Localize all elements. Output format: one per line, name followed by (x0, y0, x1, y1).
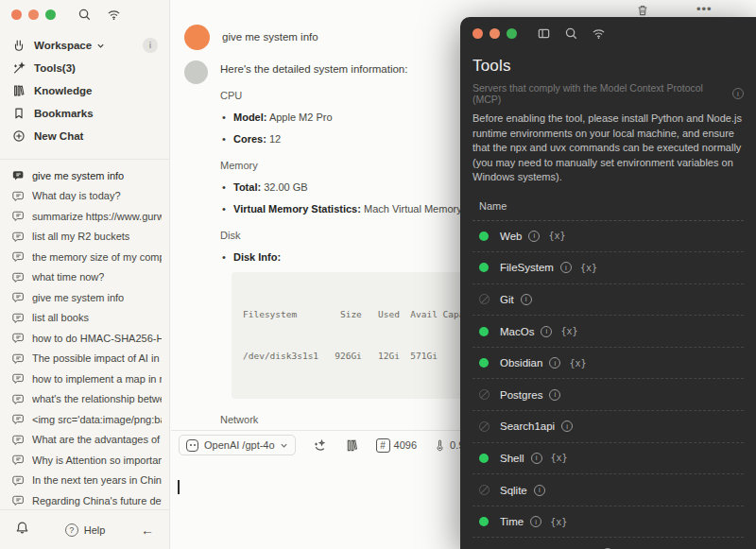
server-row[interactable]: FileSystemi{x} (472, 252, 744, 284)
server-row[interactable]: Search1apii (472, 411, 744, 443)
chat-history-item[interactable]: list all my R2 buckets (0, 227, 169, 248)
enabled-dot-icon (479, 327, 489, 336)
workspace-badge[interactable]: i (143, 38, 158, 53)
chat-history-item[interactable]: Why is Attention so important i... (0, 450, 169, 471)
args-badge[interactable]: {x} (551, 453, 568, 463)
server-table-name-header: Name (472, 200, 744, 221)
chat-history-item[interactable]: list all books (0, 308, 169, 329)
traffic-light-minimize-button[interactable] (28, 9, 39, 20)
chat-bubble-icon (12, 190, 25, 202)
server-row[interactable]: Sequential Thinkingi{x} (472, 538, 744, 549)
collapse-sidebar-icon[interactable]: ← (141, 523, 154, 538)
search-icon[interactable] (77, 8, 92, 22)
traffic-light-close-button[interactable] (11, 9, 22, 20)
more-options-icon[interactable]: ••• (696, 2, 713, 16)
sidebar-item-tools[interactable]: Tools(3) (0, 57, 169, 79)
tools-panel-description: Before enabling the tool, please install… (460, 105, 756, 185)
chat-history-item[interactable]: what's the relationship between... (0, 389, 169, 410)
args-badge[interactable]: {x} (548, 231, 565, 241)
help-button[interactable]: ? Help (65, 523, 106, 537)
server-row[interactable]: Timei{x} (472, 506, 744, 539)
chat-item-label: the memory size of my computer (32, 251, 162, 263)
chat-item-label: how to implement a map in rust? (32, 373, 162, 385)
chat-history-item[interactable]: In the next ten years in China, w... (0, 471, 169, 491)
model-selector[interactable]: OpenAI /gpt-4o (179, 435, 296, 455)
bell-icon[interactable] (15, 521, 29, 539)
info-icon[interactable]: i (560, 262, 572, 273)
chat-item-label: summarize https://www.gurwi... (32, 211, 162, 222)
server-row[interactable]: Shelli{x} (472, 443, 744, 475)
info-icon[interactable]: i (549, 389, 560, 401)
info-icon[interactable]: i (561, 420, 573, 432)
tools-panel-title: Tools (460, 49, 756, 76)
disabled-slash-icon (479, 294, 490, 304)
sidebar-item-label: Tools(3) (34, 62, 76, 74)
app-window: Workspace i Tools(3) Knowledge (0, 0, 756, 549)
info-icon[interactable]: i (541, 326, 552, 337)
chat-item-label: give me system info (32, 292, 124, 303)
chat-history-item[interactable]: summarize https://www.gurwi... (0, 206, 169, 227)
chat-bubble-icon (12, 210, 25, 222)
tools-panel-titlebar (460, 17, 756, 49)
chat-history-item[interactable]: What are the advantages of usi... (0, 430, 169, 451)
chat-history-item[interactable]: <img src='data:image/png:bas... (0, 409, 169, 430)
server-row[interactable]: MacOsi{x} (472, 316, 744, 348)
chat-item-label: In the next ten years in China, w... (32, 474, 162, 486)
enabled-dot-icon (479, 358, 489, 368)
server-row[interactable]: Webi{x} (472, 221, 744, 253)
server-row[interactable]: Giti (472, 284, 744, 317)
chat-item-label: The possible impact of AI in edu... (32, 352, 162, 364)
chat-history-item[interactable]: What day is today? (0, 186, 169, 207)
args-badge[interactable]: {x} (569, 358, 586, 369)
chat-history-item[interactable]: give me system info (0, 287, 169, 308)
chat-history-item[interactable]: give me system info (0, 165, 169, 186)
chat-history-item[interactable]: how to implement a map in rust? (0, 369, 169, 389)
traffic-light-zoom-button[interactable] (45, 9, 56, 20)
server-row[interactable]: Postgresi (472, 379, 744, 411)
max-tokens-control[interactable]: # 4096 (376, 438, 417, 453)
search-icon[interactable] (564, 26, 578, 41)
chat-history-item[interactable]: Regarding China's future develo... (0, 490, 169, 509)
info-icon[interactable]: i (534, 485, 545, 496)
info-icon[interactable]: i (521, 294, 532, 305)
chat-bubble-icon (12, 372, 25, 385)
server-row[interactable]: Obsidiani{x} (472, 348, 744, 380)
chat-bubble-icon (12, 454, 25, 466)
args-badge[interactable]: {x} (580, 263, 597, 273)
tools-sparkle-icon[interactable] (313, 437, 328, 453)
sidebar-toggle-icon[interactable] (537, 26, 551, 41)
chat-item-label: What day is today? (32, 190, 121, 201)
info-icon[interactable]: i (528, 231, 540, 242)
traffic-light-close-button[interactable] (472, 28, 483, 39)
chat-history-item[interactable]: how to do HMAC-SHA256-HEX i... (0, 328, 169, 349)
chat-history-item[interactable]: the memory size of my computer (0, 247, 169, 267)
assistant-avatar (184, 60, 208, 84)
sidebar-item-workspace[interactable]: Workspace i (0, 34, 169, 57)
chat-item-label: what time now? (32, 271, 104, 283)
trash-icon[interactable] (636, 4, 649, 17)
traffic-light-zoom-button[interactable] (507, 28, 517, 39)
sidebar-item-knowledge[interactable]: Knowledge (0, 79, 169, 102)
chat-history-item[interactable]: The possible impact of AI in edu... (0, 349, 169, 369)
server-name: Git (500, 294, 514, 305)
text-input-caret[interactable] (178, 480, 180, 494)
traffic-light-minimize-button[interactable] (490, 28, 500, 39)
server-row[interactable]: Sqlitei (472, 474, 744, 506)
books-icon (11, 84, 26, 97)
args-badge[interactable]: {x} (560, 326, 577, 336)
info-icon[interactable]: i (530, 516, 541, 527)
knowledge-books-icon[interactable] (345, 438, 359, 453)
server-name: Postgres (500, 389, 542, 401)
chat-history-item[interactable]: what time now? (0, 267, 169, 288)
wifi-icon[interactable] (592, 26, 606, 41)
sidebar-item-bookmarks[interactable]: Bookmarks (0, 102, 169, 125)
server-name: Sqlite (500, 485, 527, 496)
chat-history-list: give me system infoWhat day is today?sum… (0, 163, 169, 509)
sidebar-item-new-chat[interactable]: New Chat (0, 125, 169, 147)
max-tokens-value: 4096 (394, 439, 417, 451)
info-icon[interactable]: i (531, 453, 542, 464)
args-badge[interactable]: {x} (550, 517, 567, 527)
info-icon[interactable]: i (732, 88, 744, 99)
info-icon[interactable]: i (549, 357, 560, 369)
wifi-icon[interactable] (107, 8, 121, 22)
